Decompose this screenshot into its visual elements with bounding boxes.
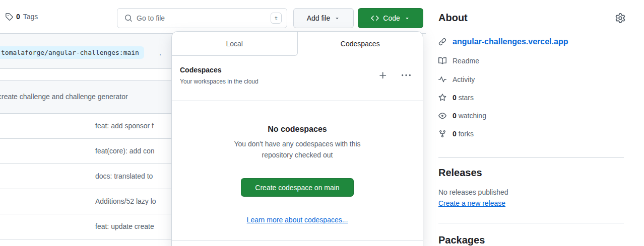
about-heading: About <box>438 12 468 24</box>
chevron-down-icon <box>334 15 340 21</box>
table-row[interactable]: docs: translated to <box>0 164 181 189</box>
table-row[interactable]: feat: update create <box>0 214 181 239</box>
tab-local[interactable]: Local <box>172 32 298 56</box>
table-row[interactable]: Additions/52 lazy lo <box>0 189 181 214</box>
commit-message-link[interactable]: Additions/52 lazy lo <box>95 197 156 205</box>
watching-count: 0 <box>453 112 457 120</box>
shortcut-key-badge: t <box>271 13 282 24</box>
chevron-down-icon <box>404 15 410 21</box>
tab-codespaces[interactable]: Codespaces <box>298 32 423 56</box>
search-icon <box>124 14 133 22</box>
upstream-branch-ref[interactable]: tomalaforge/angular-challenges:main <box>0 46 144 59</box>
latest-commit-row[interactable]: create challenge and challenge generator <box>0 80 181 114</box>
code-button-label: Code <box>383 14 400 22</box>
forks-label: forks <box>459 130 474 138</box>
repo-page: 0 Tags t Add file Code tomalaforge/angul… <box>0 0 644 246</box>
add-file-button[interactable]: Add file <box>293 8 354 28</box>
add-file-label: Add file <box>307 14 331 22</box>
tags-label: Tags <box>23 13 38 21</box>
table-row[interactable] <box>0 239 181 245</box>
website-row: angular-challenges.vercel.app <box>438 37 568 46</box>
codespaces-header: Codespaces Your workspaces in the cloud <box>172 56 423 101</box>
link-icon <box>438 38 446 46</box>
releases-heading: Releases <box>438 167 482 179</box>
readme-label: Readme <box>453 57 479 65</box>
search-input[interactable] <box>137 14 267 22</box>
readme-link[interactable]: Readme <box>438 57 479 65</box>
table-row[interactable]: feat: add sponsor f <box>0 114 181 139</box>
pulse-icon <box>438 75 446 84</box>
releases-empty-text: No releases published <box>438 188 508 196</box>
gear-icon[interactable] <box>615 13 625 23</box>
create-codespace-button[interactable]: Create codespace on main <box>241 178 353 197</box>
empty-state-description: You don't have any codespaces with this … <box>222 139 373 160</box>
kebab-menu-icon[interactable] <box>402 71 411 80</box>
watching-label: watching <box>459 112 486 120</box>
stars-label: stars <box>459 94 474 102</box>
code-dropdown-panel: Local Codespaces Codespaces Your workspa… <box>171 31 423 246</box>
commit-message-link[interactable]: docs: translated to <box>95 172 153 180</box>
code-icon <box>371 14 379 22</box>
code-button[interactable]: Code <box>358 8 423 28</box>
activity-link[interactable]: Activity <box>438 75 475 84</box>
banner-suffix-text: . <box>159 49 161 57</box>
tab-local-label: Local <box>226 40 243 48</box>
tab-codespaces-label: Codespaces <box>341 40 380 48</box>
branch-info-banner: tomalaforge/angular-challenges:main . <box>0 34 181 69</box>
sidebar-divider <box>438 157 624 158</box>
tags-count: 0 <box>16 13 20 21</box>
file-table: create challenge and challenge generator… <box>0 80 181 246</box>
latest-commit-message[interactable]: create challenge and challenge generator <box>0 93 128 101</box>
sidebar-divider <box>438 223 624 223</box>
star-icon <box>438 94 446 102</box>
packages-heading: Packages <box>438 234 485 246</box>
panel-footer-divider <box>172 240 423 240</box>
forks-count: 0 <box>453 130 457 138</box>
tags-link[interactable]: 0 Tags <box>5 13 38 21</box>
commit-message-link[interactable]: feat: add sponsor f <box>95 122 154 130</box>
book-icon <box>438 57 446 65</box>
eye-icon <box>438 112 446 120</box>
go-to-file-search[interactable]: t <box>117 8 287 28</box>
commit-message-link[interactable]: feat(core): add con <box>95 147 155 155</box>
tag-icon <box>5 13 13 21</box>
website-link[interactable]: angular-challenges.vercel.app <box>453 37 568 46</box>
activity-label: Activity <box>453 75 475 84</box>
learn-more-link[interactable]: Learn more about codespaces... <box>247 216 348 224</box>
watching-link[interactable]: 0 watching <box>438 112 486 120</box>
create-release-link[interactable]: Create a new release <box>438 199 505 207</box>
table-row[interactable]: feat(core): add con <box>0 139 181 164</box>
empty-state-title: No codespaces <box>172 125 423 134</box>
plus-icon[interactable] <box>378 71 388 80</box>
forks-link[interactable]: 0 forks <box>438 130 474 138</box>
code-dropdown-tabs: Local Codespaces <box>172 32 423 56</box>
stars-count: 0 <box>453 94 457 102</box>
commit-message-link[interactable]: feat: update create <box>95 222 154 230</box>
stars-link[interactable]: 0 stars <box>438 94 474 102</box>
codespaces-empty-state: No codespaces You don't have any codespa… <box>172 125 423 224</box>
fork-icon <box>438 130 446 138</box>
